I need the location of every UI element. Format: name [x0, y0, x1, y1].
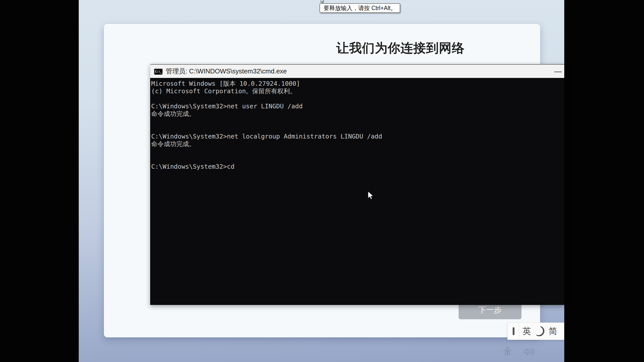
letterbox-right: [564, 0, 644, 362]
terminal-line: C:\Windows\System32>cd: [151, 163, 564, 170]
volume-icon[interactable]: [524, 348, 535, 356]
page-title: 让我们为你连接到网络: [336, 40, 465, 57]
mouse-cursor-icon: [368, 191, 375, 203]
cmd-window-title: 管理员: C:\WINDOWS\system32\cmd.exe: [166, 67, 552, 76]
text-cursor-icon: [513, 327, 514, 335]
ime-divider: [519, 323, 519, 340]
terminal-line: 命令成功完成。: [151, 110, 564, 118]
terminal-line: C:\Windows\System32>net user LINGDU /add: [151, 103, 564, 110]
terminal-line: [151, 155, 564, 163]
letterbox-left: [0, 0, 79, 362]
crescent-moon-icon[interactable]: [535, 325, 545, 337]
terminal-line: [151, 118, 564, 125]
accessibility-icon[interactable]: [503, 347, 512, 357]
terminal-output[interactable]: Microsoft Windows [版本 10.0.27924.1000](c…: [150, 78, 564, 305]
terminal-line: [151, 95, 564, 103]
cmd-icon: C:\_: [154, 68, 163, 75]
terminal-line: 命令成功完成。: [151, 140, 564, 148]
host-cursor-icon: [320, 0, 325, 5]
ime-simplified-label[interactable]: 简: [548, 323, 558, 340]
vm-release-input-tooltip: 要释放输入，请按 Ctrl+Alt。: [319, 3, 400, 13]
cmd-window: C:\_ 管理员: C:\WINDOWS\system32\cmd.exe — …: [150, 64, 564, 305]
terminal-line: [151, 125, 564, 133]
terminal-line: Microsoft Windows [版本 10.0.27924.1000]: [151, 80, 564, 87]
ime-language-bar: 英 简: [507, 323, 564, 340]
terminal-line: [151, 148, 564, 155]
cmd-titlebar[interactable]: C:\_ 管理员: C:\WINDOWS\system32\cmd.exe —: [150, 65, 564, 78]
terminal-line: C:\Windows\System32>net localgroup Admin…: [151, 133, 564, 140]
minimize-button[interactable]: —: [552, 66, 564, 77]
screen: 让我们为你连接到网络 下一步 C:\_ 管理员: C:\WINDOWS\syst…: [0, 0, 644, 362]
ime-english-label[interactable]: 英: [522, 323, 532, 340]
terminal-line: (c) Microsoft Corporation。保留所有权利。: [151, 87, 564, 95]
